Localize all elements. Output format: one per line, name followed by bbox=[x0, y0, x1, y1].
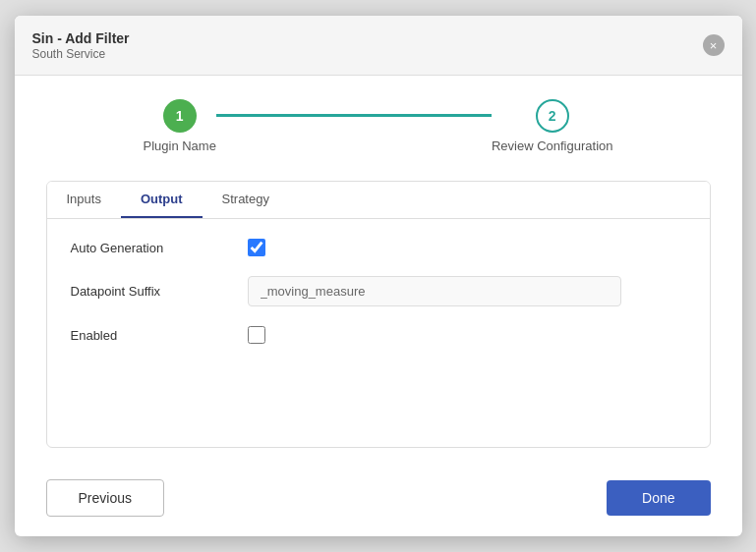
done-button[interactable]: Done bbox=[607, 480, 710, 516]
close-button[interactable]: × bbox=[703, 34, 725, 56]
tab-inputs[interactable]: Inputs bbox=[47, 182, 121, 218]
auto-generation-row: Auto Generation bbox=[71, 239, 686, 256]
auto-generation-checkbox[interactable] bbox=[248, 239, 265, 256]
step-connector bbox=[216, 114, 492, 117]
previous-button[interactable]: Previous bbox=[46, 479, 164, 517]
dialog-title: Sin - Add Filter bbox=[32, 29, 130, 47]
datapoint-suffix-label: Datapoint Suffix bbox=[71, 284, 248, 299]
stepper: 1 Plugin Name 2 Review Configuration bbox=[46, 99, 711, 153]
dialog-subtitle: South Service bbox=[32, 47, 130, 61]
enabled-label: Enabled bbox=[71, 328, 248, 343]
step-2: 2 Review Configuration bbox=[492, 99, 613, 153]
step-2-label: Review Configuration bbox=[492, 138, 613, 153]
step-1-label: Plugin Name bbox=[143, 138, 215, 153]
datapoint-suffix-input[interactable] bbox=[248, 276, 621, 306]
dialog-footer: Previous Done bbox=[15, 464, 742, 536]
dialog: Sin - Add Filter South Service × 1 Plugi… bbox=[15, 16, 742, 536]
tab-strategy[interactable]: Strategy bbox=[203, 182, 289, 218]
tabs-container: Inputs Output Strategy Auto Generation D… bbox=[46, 181, 711, 448]
dialog-title-block: Sin - Add Filter South Service bbox=[32, 29, 130, 61]
tabs-header: Inputs Output Strategy bbox=[47, 182, 710, 219]
enabled-row: Enabled bbox=[71, 326, 686, 344]
dialog-body: 1 Plugin Name 2 Review Configuration Inp… bbox=[15, 76, 742, 464]
tab-output-content: Auto Generation Datapoint Suffix Enabled bbox=[47, 219, 710, 383]
step-2-circle: 2 bbox=[536, 99, 569, 133]
auto-generation-label: Auto Generation bbox=[71, 241, 248, 255]
tab-output[interactable]: Output bbox=[121, 182, 203, 218]
step-1-circle: 1 bbox=[163, 99, 197, 133]
dialog-header: Sin - Add Filter South Service × bbox=[15, 16, 742, 76]
step-1: 1 Plugin Name bbox=[143, 99, 215, 153]
datapoint-suffix-row: Datapoint Suffix bbox=[71, 276, 686, 306]
enabled-checkbox[interactable] bbox=[248, 326, 265, 344]
